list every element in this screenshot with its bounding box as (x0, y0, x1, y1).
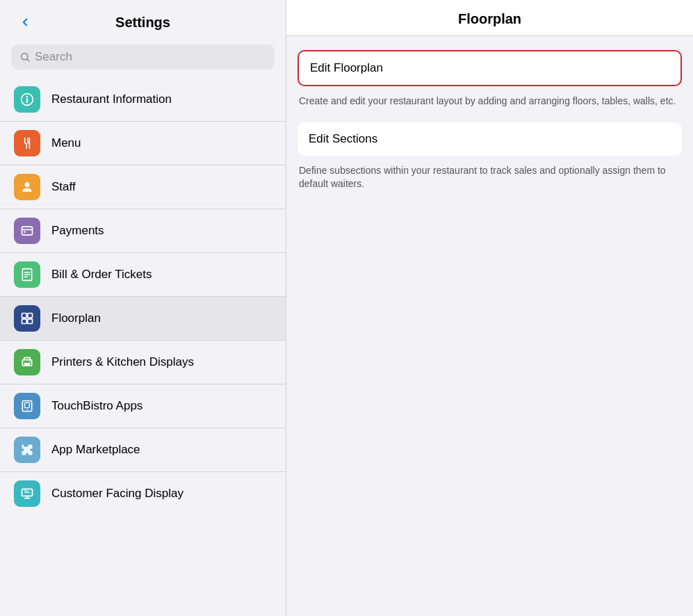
menu-list: Restaurant Information Menu Staff (0, 78, 286, 616)
edit-floorplan-label: Edit Floorplan (310, 61, 669, 75)
touchbistro-apps-label: TouchBistro Apps (51, 399, 142, 413)
app-marketplace-icon (14, 437, 40, 463)
sidebar-item-staff[interactable]: Staff (0, 165, 286, 209)
staff-label: Staff (51, 180, 76, 194)
back-button[interactable] (14, 11, 36, 33)
svg-rect-22 (25, 403, 30, 408)
svg-rect-13 (22, 314, 27, 318)
sidebar-item-customer-facing[interactable]: Customer Facing Display (0, 472, 286, 515)
svg-point-5 (25, 182, 30, 187)
svg-rect-8 (24, 232, 26, 233)
right-content: Edit Floorplan Create and edit your rest… (286, 36, 693, 205)
menu-icon (14, 130, 40, 156)
edit-floorplan-card[interactable]: Edit Floorplan (297, 50, 682, 86)
edit-sections-card[interactable]: Edit Sections (297, 122, 682, 156)
floorplan-label: Floorplan (51, 311, 101, 325)
search-bar[interactable]: Search (11, 44, 275, 70)
menu-label: Menu (51, 136, 81, 150)
sidebar-item-printers-kitchen[interactable]: Printers & Kitchen Displays (0, 341, 286, 384)
svg-rect-6 (22, 227, 33, 235)
header: Settings (0, 0, 286, 40)
search-bar-container: Search (0, 40, 286, 78)
divider (297, 108, 682, 122)
left-panel: Settings Search Restaurant Informa (0, 0, 286, 616)
customer-facing-icon (14, 480, 40, 507)
svg-point-4 (26, 96, 28, 98)
restaurant-information-label: Restaurant Information (51, 92, 172, 106)
page-title: Settings (36, 15, 250, 31)
customer-facing-label: Customer Facing Display (51, 487, 184, 501)
search-icon (19, 51, 31, 63)
search-placeholder: Search (35, 50, 72, 64)
payments-label: Payments (51, 224, 104, 238)
sidebar-item-bill-order-tickets[interactable]: Bill & Order Tickets (0, 253, 286, 297)
edit-sections-description: Define subsections within your restauran… (299, 164, 682, 191)
right-panel-title: Floorplan (286, 0, 693, 36)
app-marketplace-label: App Marketplace (51, 443, 140, 457)
printers-kitchen-icon (14, 349, 40, 375)
touchbistro-apps-icon (14, 393, 40, 419)
staff-icon (14, 174, 40, 200)
svg-rect-18 (24, 363, 30, 365)
floorplan-icon (14, 305, 40, 332)
sidebar-item-menu[interactable]: Menu (0, 122, 286, 165)
svg-rect-16 (28, 319, 33, 324)
svg-point-21 (26, 410, 28, 411)
svg-rect-15 (22, 319, 27, 324)
printers-kitchen-label: Printers & Kitchen Displays (51, 355, 194, 369)
svg-point-19 (29, 361, 31, 362)
sidebar-item-floorplan[interactable]: Floorplan (0, 297, 286, 341)
right-panel: Floorplan Edit Floorplan Create and edit… (286, 0, 693, 616)
edit-floorplan-description: Create and edit your restaurant layout b… (299, 95, 682, 108)
restaurant-information-icon (14, 86, 40, 113)
sidebar-item-touchbistro-apps[interactable]: TouchBistro Apps (0, 384, 286, 428)
bill-order-tickets-icon (14, 261, 40, 288)
edit-sections-label: Edit Sections (309, 132, 671, 146)
sidebar-item-restaurant-information[interactable]: Restaurant Information (0, 78, 286, 122)
svg-rect-14 (28, 314, 33, 318)
payments-icon (14, 218, 40, 244)
svg-line-1 (27, 59, 29, 61)
sidebar-item-app-marketplace[interactable]: App Marketplace (0, 428, 286, 472)
sidebar-item-payments[interactable]: Payments (0, 209, 286, 253)
bill-order-tickets-label: Bill & Order Tickets (51, 268, 152, 282)
